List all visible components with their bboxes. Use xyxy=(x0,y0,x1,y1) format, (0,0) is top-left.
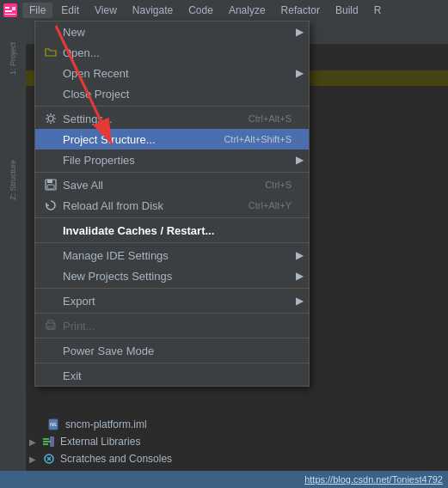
menu-item-code[interactable]: Code xyxy=(181,3,220,18)
svg-rect-1 xyxy=(5,7,9,9)
svg-point-11 xyxy=(53,324,55,326)
left-sidebar: 1: Project Z: Structure xyxy=(0,21,26,488)
svg-rect-7 xyxy=(47,180,52,183)
invalidate-icon xyxy=(42,223,59,238)
menu-item-navigate[interactable]: Navigate xyxy=(126,3,180,18)
sep1 xyxy=(35,106,309,107)
invalidate-label: Invalidate Caches / Restart... xyxy=(63,224,292,237)
menu-item-analyze[interactable]: Analyze xyxy=(222,3,273,18)
menu-item-print[interactable]: Print... xyxy=(35,315,309,336)
iml-file-icon: IML xyxy=(46,418,62,431)
export-arrow: ▶ xyxy=(296,295,304,307)
menu-item-run[interactable]: R xyxy=(367,3,389,18)
menu-item-power-save[interactable]: Power Save Mode xyxy=(35,340,309,361)
reload-icon xyxy=(42,198,59,213)
sep2 xyxy=(35,172,309,173)
print-icon xyxy=(42,318,59,333)
menu-item-new-projects[interactable]: New Projects Settings ▶ xyxy=(35,265,309,286)
menu-item-refactor[interactable]: Refactor xyxy=(274,3,327,18)
menu-item-close-project[interactable]: Close Project xyxy=(35,83,309,104)
file-properties-label: File Properties xyxy=(63,154,292,167)
svg-text:IML: IML xyxy=(50,422,58,427)
new-label: New xyxy=(63,26,292,39)
scratches-icon xyxy=(41,452,57,466)
menu-item-build[interactable]: Build xyxy=(328,3,365,18)
svg-point-5 xyxy=(48,116,53,121)
menu-item-edit[interactable]: Edit xyxy=(54,3,86,18)
svg-rect-10 xyxy=(48,326,53,329)
file-tree-item-scratches[interactable]: ▶ Scratches and Consoles xyxy=(26,450,198,467)
export-label: Export xyxy=(63,295,292,308)
new-arrow: ▶ xyxy=(296,26,304,38)
file-properties-icon xyxy=(42,152,59,168)
sep7 xyxy=(35,338,309,339)
settings-shortcut: Ctrl+Alt+S xyxy=(249,113,292,124)
svg-rect-4 xyxy=(12,7,15,10)
open-recent-label: Open Recent xyxy=(63,67,292,80)
ext-libs-expand-arrow[interactable]: ▶ xyxy=(29,437,41,447)
exit-label: Exit xyxy=(63,369,292,382)
menu-item-invalidate[interactable]: Invalidate Caches / Restart... xyxy=(35,220,309,241)
menu-item-exit[interactable]: Exit xyxy=(35,365,309,386)
menu-item-manage-ide[interactable]: Manage IDE Settings ▶ xyxy=(35,245,309,265)
file-properties-arrow: ▶ xyxy=(296,154,304,166)
svg-rect-8 xyxy=(47,185,54,189)
svg-rect-2 xyxy=(5,10,12,12)
file-dropdown-menu: New ▶ Open... Open Recent ▶ Close Projec… xyxy=(34,21,310,387)
iml-file-label: sncm-platform.iml xyxy=(65,418,147,430)
menu-item-save-all[interactable]: Save All Ctrl+S xyxy=(35,174,309,195)
menu-item-open-recent[interactable]: Open Recent ▶ xyxy=(35,63,309,83)
sep8 xyxy=(35,363,309,363)
menu-item-settings[interactable]: Settings... Ctrl+Alt+S xyxy=(35,108,309,129)
save-all-icon xyxy=(42,177,59,192)
open-icon xyxy=(42,45,59,60)
file-tree: IML sncm-platform.iml ▶ External Librari… xyxy=(26,412,198,471)
sep5 xyxy=(35,288,309,289)
reload-label: Reload All from Disk xyxy=(63,199,231,212)
exit-icon xyxy=(42,368,59,383)
project-structure-shortcut: Ctrl+Alt+Shift+S xyxy=(224,134,292,144)
menu-item-export[interactable]: Export ▶ xyxy=(35,290,309,311)
svg-rect-15 xyxy=(43,441,51,442)
open-label: Open... xyxy=(63,46,292,59)
ide-background: File Edit View Navigate Code Analyze Ref… xyxy=(0,0,448,488)
power-save-icon xyxy=(42,343,59,358)
settings-label: Settings... xyxy=(63,113,231,125)
power-save-label: Power Save Mode xyxy=(63,345,292,357)
menu-item-view[interactable]: View xyxy=(88,3,124,18)
file-tree-item-iml[interactable]: IML sncm-platform.iml xyxy=(26,416,198,433)
ext-libs-icon xyxy=(41,435,57,448)
menu-item-file-properties[interactable]: File Properties ▶ xyxy=(35,149,309,170)
manage-ide-label: Manage IDE Settings xyxy=(63,249,292,262)
menu-item-project-structure[interactable]: Project Structure... Ctrl+Alt+Shift+S xyxy=(35,129,309,149)
svg-rect-17 xyxy=(50,436,54,447)
sep3 xyxy=(35,217,309,218)
settings-icon xyxy=(42,111,59,126)
new-projects-arrow: ▶ xyxy=(296,270,304,282)
menu-item-open[interactable]: Open... xyxy=(35,42,309,63)
menu-item-file[interactable]: File xyxy=(22,3,52,18)
sidebar-tab-project[interactable]: 1: Project xyxy=(2,24,24,93)
open-recent-arrow: ▶ xyxy=(296,67,304,79)
menu-item-reload[interactable]: Reload All from Disk Ctrl+Alt+Y xyxy=(35,195,309,216)
svg-rect-3 xyxy=(5,14,15,15)
scratches-expand-arrow[interactable]: ▶ xyxy=(29,454,41,464)
new-icon xyxy=(42,24,59,40)
file-tree-item-ext-libs[interactable]: ▶ External Libraries xyxy=(26,433,198,450)
sidebar-tab-structure-label: Z: Structure xyxy=(9,160,17,200)
print-label: Print... xyxy=(63,320,292,332)
menu-bar: File Edit View Navigate Code Analyze Ref… xyxy=(0,0,448,21)
close-project-label: Close Project xyxy=(63,88,292,101)
manage-ide-arrow: ▶ xyxy=(296,249,304,261)
project-structure-icon xyxy=(42,131,59,147)
scratches-label: Scratches and Consoles xyxy=(60,453,172,465)
sep6 xyxy=(35,313,309,314)
reload-shortcut: Ctrl+Alt+Y xyxy=(249,200,292,210)
project-structure-label: Project Structure... xyxy=(63,133,206,146)
sidebar-tab-structure[interactable]: Z: Structure xyxy=(2,146,24,215)
status-url[interactable]: https://blog.csdn.net/Toniest4792 xyxy=(304,474,443,485)
export-icon xyxy=(42,293,59,308)
menu-item-new[interactable]: New ▶ xyxy=(35,21,309,42)
svg-rect-16 xyxy=(43,443,48,445)
save-all-label: Save All xyxy=(63,179,248,192)
